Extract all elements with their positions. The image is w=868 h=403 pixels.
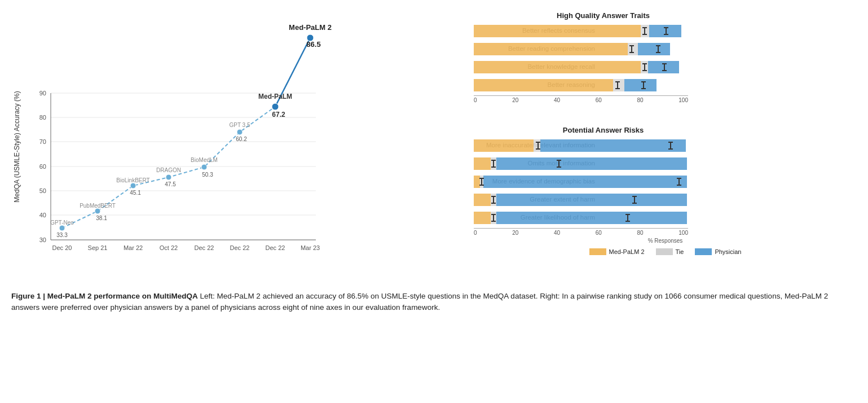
main-container: MedQA (USMLE-Style) Accuracy (%) 30 40 <box>11 11 857 314</box>
svg-text:40: 40 <box>39 212 46 218</box>
svg-text:Dec 22: Dec 22 <box>195 244 214 251</box>
svg-text:DRAGON: DRAGON <box>156 167 181 173</box>
svg-text:Dec 22: Dec 22 <box>230 244 250 251</box>
risks-bar-chart: More inaccurate/irrelevant information <box>350 138 857 266</box>
left-chart: MedQA (USMLE-Style) Accuracy (%) 30 40 <box>11 11 338 282</box>
svg-text:Dec 22: Dec 22 <box>266 244 285 251</box>
svg-point-31 <box>237 129 243 135</box>
bar-row: Greater extent of harm <box>474 192 857 208</box>
legend-medpalm2: Med-PaLM 2 <box>589 248 645 255</box>
legend-swatch-gray <box>656 248 673 255</box>
svg-text:60: 60 <box>39 163 46 170</box>
high-quality-bar-chart: Better reflects consensus <box>350 23 857 115</box>
svg-text:BioLinkBERT: BioLinkBERT <box>116 177 149 183</box>
svg-point-26 <box>59 225 65 231</box>
bar-area <box>474 79 688 91</box>
svg-text:GPT-Neo: GPT-Neo <box>50 220 74 226</box>
svg-point-29 <box>166 174 171 180</box>
svg-text:Sep 21: Sep 21 <box>88 244 108 251</box>
svg-text:Med-PaLM 2: Med-PaLM 2 <box>289 23 332 32</box>
legend-label: Tie <box>676 248 684 255</box>
high-quality-title: High Quality Answer Traits <box>350 11 857 20</box>
svg-text:GPT 3.5: GPT 3.5 <box>229 122 250 128</box>
svg-point-32 <box>272 103 279 110</box>
svg-text:50.3: 50.3 <box>202 172 213 178</box>
bar-row: Better reflects consensus <box>474 23 857 39</box>
svg-text:50: 50 <box>39 187 46 194</box>
svg-point-28 <box>130 183 136 189</box>
bar-row: More evidence of demographic bias <box>474 174 857 190</box>
right-charts: High Quality Answer Traits Better reflec… <box>350 11 857 266</box>
svg-text:90: 90 <box>39 90 46 97</box>
svg-text:33.3: 33.3 <box>56 232 68 238</box>
bar-row: Better reading comprehension <box>474 41 857 57</box>
bar-area <box>474 25 688 37</box>
legend-physician: Physician <box>695 248 741 255</box>
svg-text:Mar 23: Mar 23 <box>301 244 320 251</box>
svg-text:PubMedBERT: PubMedBERT <box>80 203 116 209</box>
bar-area <box>474 61 688 73</box>
legend-swatch-blue <box>695 248 712 255</box>
bar-row: Better reasoning <box>474 77 857 93</box>
bar-row: Better knowledge recall <box>474 59 857 75</box>
charts-row: MedQA (USMLE-Style) Accuracy (%) 30 40 <box>11 11 857 282</box>
bar-area <box>474 43 688 55</box>
svg-text:Oct 22: Oct 22 <box>160 244 178 251</box>
svg-text:60.2: 60.2 <box>236 136 247 142</box>
svg-text:Mar 22: Mar 22 <box>124 244 143 251</box>
legend-row: Med-PaLM 2 Tie Physician <box>474 248 857 255</box>
svg-text:47.5: 47.5 <box>165 181 176 187</box>
svg-point-27 <box>95 208 100 214</box>
svg-text:45.1: 45.1 <box>130 190 141 196</box>
svg-text:Med-PaLM: Med-PaLM <box>258 93 292 100</box>
svg-text:Dec 20: Dec 20 <box>52 244 72 251</box>
bar-row: More inaccurate/irrelevant information <box>474 138 857 154</box>
figure-caption: Figure 1 | Med-PaLM 2 performance on Mul… <box>11 291 846 314</box>
legend-label: Physician <box>715 248 741 255</box>
bar-row: Greater likelihood of harm <box>474 210 857 226</box>
svg-text:BioMedLM: BioMedLM <box>191 157 218 163</box>
legend-tie: Tie <box>656 248 684 255</box>
svg-text:38.1: 38.1 <box>96 215 107 221</box>
svg-point-30 <box>201 164 207 170</box>
svg-text:MedQA (USMLE-Style) Accuracy (: MedQA (USMLE-Style) Accuracy (%) <box>13 91 21 202</box>
potential-risks-section: Potential Answer Risks More inaccurate/i… <box>350 126 857 266</box>
svg-text:86.5: 86.5 <box>306 40 320 49</box>
legend-swatch-orange <box>589 248 606 255</box>
svg-text:70: 70 <box>39 138 46 145</box>
svg-text:30: 30 <box>39 236 46 243</box>
figure-number: Figure 1 | Med-PaLM 2 performance on Mul… <box>11 292 198 300</box>
legend-label: Med-PaLM 2 <box>609 248 645 255</box>
potential-risks-title: Potential Answer Risks <box>350 126 857 134</box>
svg-text:67.2: 67.2 <box>272 111 285 119</box>
svg-text:80: 80 <box>39 114 46 121</box>
high-quality-section: High Quality Answer Traits Better reflec… <box>350 11 857 115</box>
bar-row: Omits more information <box>474 156 857 172</box>
